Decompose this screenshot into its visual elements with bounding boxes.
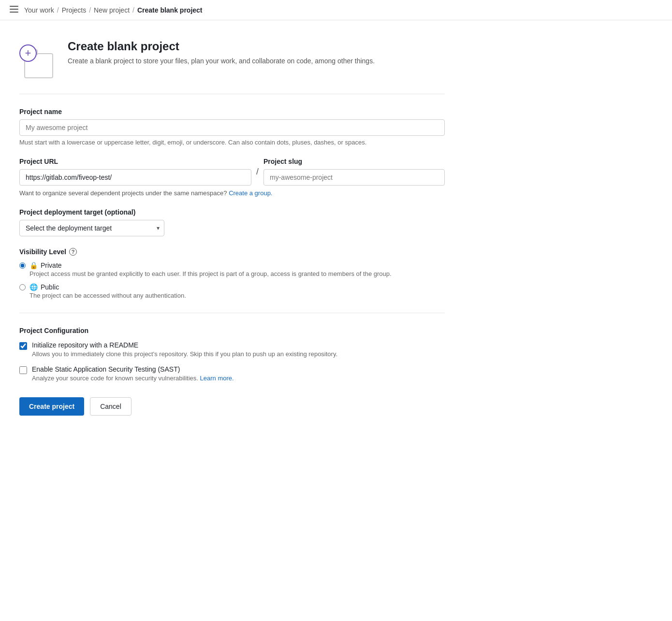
- page-title: Create blank project: [68, 40, 375, 53]
- project-url-section: Project URL / Project slug Want to organ…: [19, 158, 445, 197]
- project-name-section: Project name Must start with a lowercase…: [19, 108, 445, 146]
- visibility-public-radio[interactable]: [19, 284, 26, 290]
- visibility-label-row: Visibility Level ?: [19, 248, 445, 256]
- breadcrumb: Your work / Projects / New project / Cre…: [0, 0, 672, 20]
- visibility-private-desc: Project access must be granted explicitl…: [29, 270, 392, 277]
- project-name-label: Project name: [19, 108, 445, 116]
- plus-circle-icon: +: [19, 44, 37, 62]
- create-project-button[interactable]: Create project: [19, 397, 84, 416]
- svg-rect-0: [10, 6, 18, 7]
- create-group-link[interactable]: Create a group.: [229, 189, 272, 197]
- project-url-input[interactable]: [19, 169, 251, 186]
- visibility-public-desc: The project can be accessed without any …: [29, 292, 186, 299]
- project-config-title: Project Configuration: [19, 327, 445, 334]
- slug-input-wrapper: Project slug: [263, 158, 445, 186]
- project-url-label: Project URL: [19, 158, 251, 165]
- project-slug-input[interactable]: [263, 169, 445, 186]
- breadcrumb-new-project[interactable]: New project: [94, 6, 130, 14]
- cancel-button[interactable]: Cancel: [90, 397, 131, 416]
- deployment-target-select[interactable]: Select the deployment target: [19, 220, 164, 236]
- breadcrumb-projects[interactable]: Projects: [62, 6, 87, 14]
- visibility-private-radio[interactable]: [19, 262, 26, 269]
- sidebar-toggle-icon[interactable]: [10, 6, 18, 14]
- main-content: + Create blank project Create a blank pr…: [0, 20, 464, 445]
- breadcrumb-sep-3: /: [132, 6, 134, 14]
- page-header: + Create blank project Create a blank pr…: [19, 40, 445, 78]
- readme-desc: Allows you to immediately clone this pro…: [32, 350, 337, 358]
- url-row: Project URL / Project slug: [19, 158, 445, 186]
- page-subtitle: Create a blank project to store your fil…: [68, 57, 375, 65]
- sast-title: Enable Static Application Security Testi…: [32, 365, 234, 373]
- sast-option: Enable Static Application Security Testi…: [19, 365, 445, 382]
- lock-icon: 🔒: [29, 261, 38, 269]
- url-input-wrapper: Project URL: [19, 158, 251, 186]
- project-name-hint: Must start with a lowercase or uppercase…: [19, 139, 445, 146]
- deployment-select-wrapper: Select the deployment target ▾: [19, 220, 164, 236]
- visibility-public-option: 🌐 Public The project can be accessed wit…: [19, 283, 445, 299]
- deployment-target-label: Project deployment target (optional): [19, 208, 445, 216]
- globe-icon: 🌐: [29, 283, 38, 291]
- project-config-section: Project Configuration Initialize reposit…: [19, 327, 445, 382]
- visibility-public-title: 🌐 Public: [29, 283, 186, 291]
- help-icon[interactable]: ?: [69, 248, 77, 256]
- visibility-private-title: 🔒 Private: [29, 261, 392, 269]
- visibility-section: Visibility Level ? 🔒 Private Project acc…: [19, 248, 445, 299]
- svg-rect-2: [10, 12, 18, 13]
- readme-title: Initialize repository with a README: [32, 341, 337, 349]
- page-icon: +: [19, 40, 58, 78]
- config-divider: [19, 313, 445, 313]
- header-divider: [19, 94, 445, 94]
- readme-option: Initialize repository with a README Allo…: [19, 341, 445, 358]
- sast-learn-more-link[interactable]: Learn more.: [200, 375, 234, 382]
- url-separator: /: [251, 167, 263, 177]
- project-name-input[interactable]: [19, 119, 445, 136]
- svg-rect-1: [10, 9, 18, 10]
- readme-checkbox[interactable]: [19, 342, 27, 350]
- breadcrumb-sep-2: /: [89, 6, 91, 14]
- breadcrumb-current: Create blank project: [137, 6, 203, 14]
- sast-desc: Analyze your source code for known secur…: [32, 375, 234, 382]
- organize-hint: Want to organize several dependent proje…: [19, 189, 445, 197]
- deployment-target-section: Project deployment target (optional) Sel…: [19, 208, 445, 236]
- breadcrumb-your-work[interactable]: Your work: [24, 6, 54, 14]
- breadcrumb-sep-1: /: [57, 6, 59, 14]
- project-slug-label: Project slug: [263, 158, 445, 165]
- action-buttons: Create project Cancel: [19, 397, 445, 416]
- sast-checkbox[interactable]: [19, 366, 27, 374]
- page-header-text: Create blank project Create a blank proj…: [68, 40, 375, 65]
- visibility-label: Visibility Level: [19, 248, 66, 256]
- visibility-private-option: 🔒 Private Project access must be granted…: [19, 261, 445, 277]
